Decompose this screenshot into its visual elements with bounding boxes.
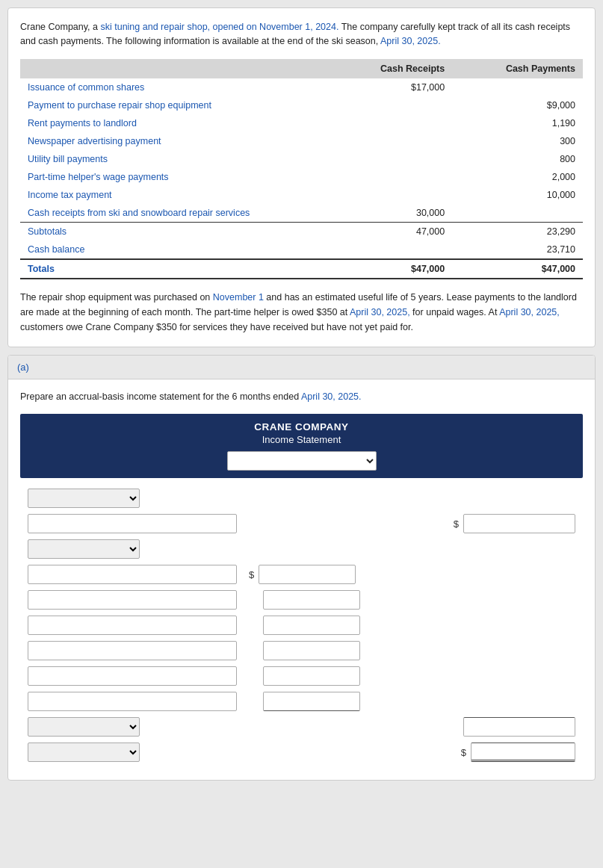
expense-amount-6-input[interactable] xyxy=(263,692,360,711)
period-dropdown-container[interactable]: For the 6 Months Ended April 30, 2025 xyxy=(32,451,571,471)
revenue-currency-symbol: $ xyxy=(454,518,459,530)
revenue-label-wrapper[interactable] xyxy=(28,514,237,533)
expense-row-5 xyxy=(28,666,575,686)
expense-label-3-input[interactable] xyxy=(28,616,237,635)
net-income-dropdown-wrapper[interactable] xyxy=(28,743,140,762)
section-a-card: (a) Prepare an accrual-basis income stat… xyxy=(7,355,596,781)
net-income-row: $ xyxy=(28,743,575,762)
row-receipts xyxy=(330,168,452,186)
cash-balance-payments: 23,710 xyxy=(452,241,583,259)
net-income-select[interactable] xyxy=(28,743,140,762)
subtotal-dropdown-wrapper[interactable] xyxy=(28,717,140,737)
expenses-category-row xyxy=(28,539,575,559)
expense-label-2-input[interactable] xyxy=(28,590,237,610)
expense-label-4-input[interactable] xyxy=(28,641,237,660)
net-income-input[interactable] xyxy=(471,743,575,762)
table-row: Issuance of common shares $17,000 xyxy=(20,78,583,96)
expense-amount-1-input-wrapper[interactable] xyxy=(259,565,356,584)
net-income-currency: $ xyxy=(461,747,466,758)
problem-card: Crane Company, a ski tuning and repair s… xyxy=(7,7,596,347)
net-income-input-wrapper[interactable] xyxy=(471,743,575,762)
section-a-label: (a) xyxy=(8,356,595,379)
totals-receipts: $47,000 xyxy=(330,259,452,279)
row-receipts xyxy=(330,96,452,114)
expense-label-1-wrapper[interactable] xyxy=(28,565,237,584)
expense-amount-5-wrapper[interactable] xyxy=(263,666,360,686)
expense-amount-2-input[interactable] xyxy=(263,590,360,610)
table-row: Rent payments to landlord 1,190 xyxy=(20,114,583,132)
expense-label-4-wrapper[interactable] xyxy=(28,641,237,660)
expense-label-2-wrapper[interactable] xyxy=(28,590,237,610)
row-label: Part-time helper's wage payments xyxy=(20,168,330,186)
row-label: Utility bill payments xyxy=(20,150,330,168)
subtotals-label: Subtotals xyxy=(20,222,330,241)
row-receipts xyxy=(330,150,452,168)
section-instruction: Prepare an accrual-basis income statemen… xyxy=(20,390,583,404)
total-expenses-right xyxy=(146,717,575,737)
expenses-category-dropdown-wrapper[interactable] xyxy=(28,539,140,559)
expense-amount-4-wrapper[interactable] xyxy=(263,641,360,660)
income-statement-header: CRANE COMPANY Income Statement For the 6… xyxy=(20,414,583,478)
expense-amount-2-wrapper[interactable] xyxy=(263,590,360,610)
revenue-amount-input[interactable] xyxy=(463,514,575,533)
subtotals-receipts: 47,000 xyxy=(330,222,452,241)
row-payments: 1,190 xyxy=(452,114,583,132)
intro-text: Crane Company, a ski tuning and repair s… xyxy=(20,20,583,49)
col-header-label xyxy=(20,59,330,78)
statement-title: Income Statement xyxy=(32,434,571,445)
row-payments: $9,000 xyxy=(452,96,583,114)
footer-text: The repair shop equipment was purchased … xyxy=(20,290,583,335)
expense-amount-5-input[interactable] xyxy=(263,666,360,686)
expenses-category-select[interactable] xyxy=(28,539,140,559)
expense-row-2 xyxy=(28,590,575,610)
row-receipts xyxy=(330,114,452,132)
expense-label-1-input[interactable] xyxy=(28,565,237,584)
cash-table: Cash Receipts Cash Payments Issuance of … xyxy=(20,59,583,279)
net-income-amount-right: $ xyxy=(146,743,575,762)
table-row: Newspaper advertising payment 300 xyxy=(20,132,583,150)
expense-label-6-input[interactable] xyxy=(28,692,237,711)
expense-row-6 xyxy=(28,692,575,711)
totals-payments: $47,000 xyxy=(452,259,583,279)
totals-label: Totals xyxy=(20,259,330,279)
table-row: Part-time helper's wage payments 2,000 xyxy=(20,168,583,186)
expense-currency-1: $ xyxy=(249,569,254,580)
total-expenses-input[interactable] xyxy=(463,717,575,737)
expense-amount-1-input[interactable] xyxy=(259,565,356,584)
row-receipts xyxy=(330,186,452,204)
expense-label-5-wrapper[interactable] xyxy=(28,666,237,686)
row-payments xyxy=(452,204,583,223)
expense-amount-6-wrapper[interactable] xyxy=(263,692,360,711)
total-expenses-input-wrapper[interactable] xyxy=(463,717,575,737)
cash-balance-row: Cash balance 23,710 xyxy=(20,241,583,259)
row-payments: 800 xyxy=(452,150,583,168)
row-receipts xyxy=(330,132,452,150)
row-label: Cash receipts from ski and snowboard rep… xyxy=(20,204,330,223)
revenue-category-dropdown-wrapper[interactable] xyxy=(28,489,140,508)
cash-balance-label: Cash balance xyxy=(20,241,330,259)
expense-label-6-wrapper[interactable] xyxy=(28,692,237,711)
row-label: Newspaper advertising payment xyxy=(20,132,330,150)
col-header-payments: Cash Payments xyxy=(452,59,583,78)
cash-balance-receipts xyxy=(330,241,452,259)
table-row: Utility bill payments 800 xyxy=(20,150,583,168)
subtotals-row: Subtotals 47,000 23,290 xyxy=(20,222,583,241)
revenue-amount-input-wrapper[interactable] xyxy=(463,514,575,533)
expense-row-1: $ xyxy=(28,565,575,584)
company-name: CRANE COMPANY xyxy=(32,421,571,433)
income-statement-form: $ $ xyxy=(20,489,583,762)
expense-amount-1-wrapper: $ xyxy=(249,565,381,584)
revenue-category-select[interactable] xyxy=(28,489,140,508)
expense-amount-3-wrapper[interactable] xyxy=(263,616,360,635)
revenue-category-row xyxy=(28,489,575,508)
row-receipts: $17,000 xyxy=(330,78,452,96)
expense-label-5-input[interactable] xyxy=(28,666,237,686)
revenue-label-input[interactable] xyxy=(28,514,237,533)
period-select[interactable]: For the 6 Months Ended April 30, 2025 xyxy=(227,451,377,471)
table-row: Payment to purchase repair shop equipmen… xyxy=(20,96,583,114)
expense-label-3-wrapper[interactable] xyxy=(28,616,237,635)
expense-amount-4-input[interactable] xyxy=(263,641,360,660)
expense-amount-3-input[interactable] xyxy=(263,616,360,635)
row-receipts: 30,000 xyxy=(330,204,452,223)
subtotal-select[interactable] xyxy=(28,717,140,737)
